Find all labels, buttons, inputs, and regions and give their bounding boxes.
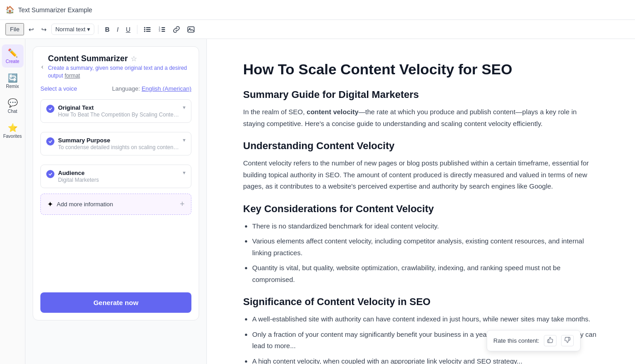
list-item: Various elements affect content velocity…: [252, 235, 599, 258]
file-menu-button[interactable]: File: [5, 23, 24, 35]
svg-rect-3: [146, 29, 151, 30]
section-para-understanding: Content velocity refers to the number of…: [243, 157, 599, 192]
main-layout: ✏️ Create 🔄 Remix 💬 Chat ⭐ Favorites ‹: [0, 39, 635, 364]
svg-rect-5: [146, 31, 151, 32]
toolbar: File ↩ ↪ Normal text ▾ B I U 1.2.3.: [0, 20, 635, 39]
language-label: Language: English (American): [112, 85, 191, 92]
svg-rect-9: [161, 29, 165, 30]
summary-purpose-field[interactable]: Summary Purpose To condense detailed ins…: [40, 132, 191, 155]
star-icon[interactable]: ☆: [131, 54, 137, 63]
underline-button[interactable]: U: [123, 24, 133, 35]
card-description: Create a summary, given some original te…: [48, 64, 191, 80]
original-text-title: Original Text: [58, 104, 179, 111]
chevron-down-icon-3: ▾: [183, 170, 186, 176]
back-button[interactable]: ‹: [40, 62, 44, 71]
sidebar-item-favorites[interactable]: ⭐ Favorites: [2, 119, 24, 142]
rate-label: Rate this content:: [493, 337, 539, 344]
toolbar-divider-2: [137, 25, 137, 34]
remix-icon: 🔄: [8, 73, 18, 83]
svg-rect-11: [161, 31, 165, 32]
generate-button[interactable]: Generate now: [40, 292, 191, 313]
undo-button[interactable]: ↩: [26, 24, 37, 35]
chevron-down-icon: ▾: [183, 104, 186, 111]
summary-purpose-subtitle: To condense detailed insights on scaling…: [58, 144, 179, 150]
top-bar: 🏠 Text Summarizer Example: [0, 0, 635, 20]
sidebar-remix-label: Remix: [6, 84, 19, 89]
chat-icon: 💬: [8, 98, 18, 108]
sidebar-item-remix[interactable]: 🔄 Remix: [2, 69, 24, 92]
add-more-label: Add more information: [57, 201, 113, 208]
list-item: There is no standardized benchmark for i…: [252, 220, 599, 232]
add-more-button[interactable]: ✦ Add more information +: [40, 194, 191, 215]
card-title: Content Summarizer: [48, 54, 128, 63]
text-style-select[interactable]: Normal text ▾: [51, 24, 94, 35]
sidebar-favorites-label: Favorites: [3, 134, 22, 139]
app-logo: 🏠: [5, 5, 15, 14]
section-para-summary: In the realm of SEO, content velocity—th…: [243, 106, 599, 129]
section-heading-significance: Significance of Content Velocity in SEO: [243, 296, 599, 308]
audience-subtitle: Digital Marketers: [58, 177, 179, 183]
summarizer-card: ‹ Content Summarizer ☆ Create a summary,…: [33, 46, 199, 320]
check-icon-audience: [46, 170, 54, 178]
original-text-subtitle: How To Beat The Competition By Scaling C…: [58, 112, 179, 118]
left-sidebar: ✏️ Create 🔄 Remix 💬 Chat ⭐ Favorites: [0, 39, 25, 364]
summary-purpose-title: Summary Purpose: [58, 137, 179, 144]
bold-button[interactable]: B: [102, 24, 112, 35]
section-heading-understanding: Understanding Content Velocity: [243, 140, 599, 152]
italic-button[interactable]: I: [114, 24, 122, 35]
image-button[interactable]: [185, 24, 197, 35]
favorites-icon: ⭐: [8, 123, 18, 133]
voice-row: Select a voice Language: English (Americ…: [40, 85, 191, 92]
svg-rect-1: [146, 27, 151, 28]
list-item: A well-established site with authority c…: [252, 313, 599, 325]
svg-point-4: [144, 30, 145, 32]
language-link[interactable]: English (American): [142, 85, 191, 92]
key-considerations-list: There is no standardized benchmark for i…: [252, 220, 599, 286]
audience-title: Audience: [58, 170, 179, 176]
app-title: Text Summarizer Example: [18, 6, 92, 14]
svg-point-0: [144, 27, 145, 28]
link-button[interactable]: [170, 24, 183, 35]
svg-text:3.: 3.: [159, 29, 161, 32]
thumbs-down-button[interactable]: [561, 335, 574, 346]
sparkle-icon: ✦: [47, 200, 53, 209]
plus-icon: +: [180, 199, 185, 209]
redo-button[interactable]: ↪: [39, 24, 49, 35]
content-area: How To Scale Content Velocity for SEO Su…: [207, 39, 635, 364]
check-icon-purpose: [46, 137, 54, 146]
format-link[interactable]: format: [64, 73, 80, 79]
sidebar-item-create[interactable]: ✏️ Create: [2, 44, 24, 68]
article-title: How To Scale Content Velocity for SEO: [243, 61, 599, 78]
svg-point-2: [144, 29, 145, 30]
select-voice-link[interactable]: Select a voice: [40, 85, 77, 92]
list-item: Quantity is vital, but quality, website …: [252, 262, 599, 285]
svg-rect-7: [161, 27, 165, 28]
card-header: ‹ Content Summarizer ☆ Create a summary,…: [40, 54, 191, 80]
sidebar-item-chat[interactable]: 💬 Chat: [2, 94, 24, 117]
thumbs-up-button[interactable]: [544, 335, 557, 346]
check-icon-original: [46, 105, 54, 113]
create-icon: ✏️: [8, 48, 18, 58]
panel-area: ‹ Content Summarizer ☆ Create a summary,…: [25, 39, 207, 364]
toolbar-divider-1: [98, 25, 98, 34]
bullet-list-button[interactable]: [141, 24, 154, 35]
chevron-down-icon-2: ▾: [183, 137, 186, 143]
list-item: A high content velocity, when coupled wi…: [252, 355, 599, 364]
sidebar-chat-label: Chat: [8, 109, 17, 114]
sidebar-create-label: Create: [5, 59, 19, 64]
numbered-list-button[interactable]: 1.2.3.: [156, 24, 168, 35]
section-heading-key: Key Considerations for Content Velocity: [243, 203, 599, 215]
audience-field[interactable]: Audience Digital Marketers ▾: [40, 165, 191, 188]
section-heading-summary: Summary Guide for Digital Marketers: [243, 89, 599, 101]
original-text-field[interactable]: Original Text How To Beat The Competitio…: [40, 99, 191, 123]
rate-tooltip: Rate this content:: [487, 330, 581, 351]
